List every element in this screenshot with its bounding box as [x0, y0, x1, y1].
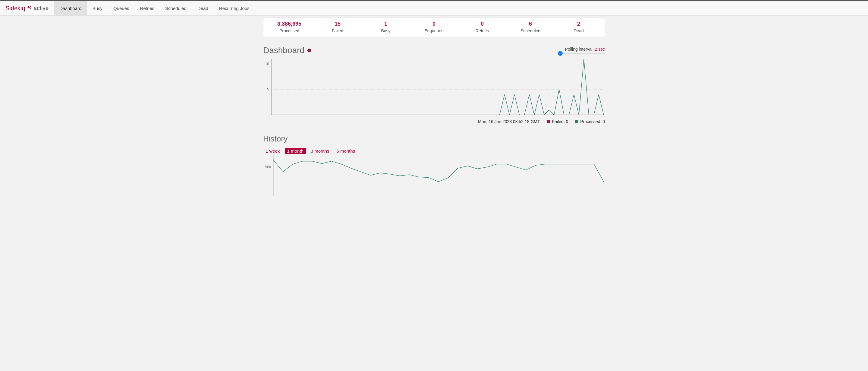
- tab-dead[interactable]: Dead: [192, 1, 214, 16]
- stat-value: 3,386,695: [265, 21, 313, 27]
- range-1-month[interactable]: 1 month: [285, 148, 306, 154]
- stat-busy[interactable]: 1 Busy: [362, 21, 410, 33]
- polling-slider[interactable]: [558, 53, 605, 54]
- stat-enqueued[interactable]: 0 Enqueued: [410, 21, 458, 33]
- range-1-week[interactable]: 1 week: [263, 148, 282, 154]
- stat-failed[interactable]: 15 Failed: [313, 21, 362, 33]
- brand-name: Sidekiq: [5, 5, 25, 12]
- polling-control: Polling interval: 2 sec: [558, 47, 605, 54]
- legend-processed: Processed: 0: [575, 119, 605, 124]
- stat-label: Busy: [362, 28, 410, 33]
- tab-queues[interactable]: Queues: [108, 1, 135, 16]
- stat-value: 0: [410, 21, 458, 27]
- stat-label: Enqueued: [410, 28, 458, 33]
- stat-value: 1: [362, 21, 410, 27]
- stat-value: 2: [555, 21, 603, 27]
- dashboard-title: Dashboard: [263, 46, 311, 55]
- swatch-processed-icon: [575, 120, 578, 123]
- history-chart: 50K: [263, 155, 605, 197]
- history-title: History: [263, 134, 605, 144]
- range-3-months[interactable]: 3 months: [308, 148, 332, 154]
- polling-label: Polling interval:: [565, 47, 594, 52]
- stat-label: Failed: [313, 28, 362, 33]
- brand[interactable]: Sidekiq active: [0, 1, 54, 16]
- svg-text:50K: 50K: [265, 165, 272, 169]
- stat-label: Retries: [458, 28, 506, 33]
- realtime-legend: Mon, 16 Jan 2023 08:52:18 GMT Failed: 0 …: [263, 119, 605, 124]
- slider-track: [558, 53, 605, 54]
- range-6-months[interactable]: 6 months: [334, 148, 358, 154]
- history-range-picker: 1 week 1 month 3 months 6 months: [263, 148, 605, 154]
- stat-value: 15: [313, 21, 362, 27]
- dashboard-title-text: Dashboard: [263, 46, 304, 55]
- polling-value: 2 sec: [595, 47, 605, 52]
- live-indicator-icon: [307, 49, 311, 52]
- stat-retries[interactable]: 0 Retries: [458, 21, 506, 33]
- swatch-failed-icon: [547, 120, 550, 123]
- sidekiq-logo-icon: [27, 5, 32, 11]
- top-navbar: Sidekiq active Dashboard Busy Queues Ret…: [0, 0, 868, 16]
- nav-tabs: Dashboard Busy Queues Retries Scheduled …: [54, 1, 255, 16]
- stat-label: Dead: [555, 28, 603, 33]
- stat-dead[interactable]: 2 Dead: [555, 21, 603, 33]
- legend-failed: Failed: 0: [547, 119, 568, 124]
- tab-retries[interactable]: Retries: [135, 1, 160, 16]
- svg-text:5: 5: [267, 87, 269, 91]
- realtime-chart: 510: [263, 58, 605, 118]
- stat-scheduled[interactable]: 6 Scheduled: [506, 21, 555, 33]
- tab-busy[interactable]: Busy: [87, 1, 108, 16]
- stat-label: Scheduled: [506, 28, 555, 33]
- stat-value: 6: [506, 21, 555, 27]
- tab-scheduled[interactable]: Scheduled: [160, 1, 192, 16]
- stats-summary: 3,386,695 Processed 15 Failed 1 Busy 0 E…: [263, 18, 605, 37]
- tab-dashboard[interactable]: Dashboard: [54, 1, 87, 16]
- tab-recurring-jobs[interactable]: Recurring Jobs: [214, 1, 255, 16]
- brand-status: active: [34, 5, 49, 11]
- stat-label: Processed: [265, 28, 313, 33]
- slider-thumb[interactable]: [558, 51, 563, 56]
- stat-value: 0: [458, 21, 506, 27]
- chart-timestamp: Mon, 16 Jan 2023 08:52:18 GMT: [478, 119, 540, 124]
- stat-processed[interactable]: 3,386,695 Processed: [265, 21, 313, 33]
- svg-text:10: 10: [265, 62, 270, 66]
